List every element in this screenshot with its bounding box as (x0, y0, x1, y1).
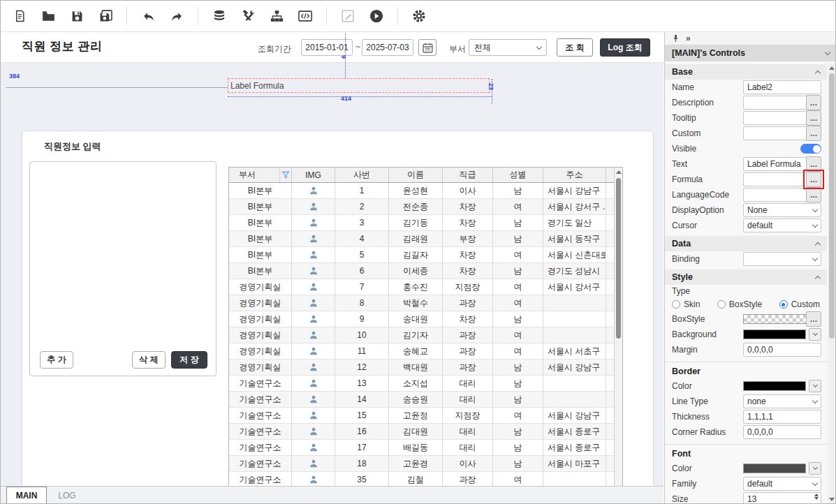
grid-row[interactable]: 경영기획실10김기자과장여 (229, 327, 615, 343)
prop-visible-toggle[interactable] (800, 144, 821, 154)
cell-position[interactable]: 과장 (443, 360, 493, 376)
grid-row[interactable]: 기술연구소14송승원대리남 (229, 392, 615, 408)
settings-icon[interactable] (411, 8, 427, 24)
grid-row[interactable]: BI본부2전순종차장여서울시 강서구 .. (229, 199, 615, 215)
cell-gender[interactable]: 남 (493, 424, 543, 440)
cell-name[interactable]: 고윤정 (389, 408, 443, 424)
prop-background-dropdown-button[interactable] (809, 328, 821, 341)
prop-languagecode-ellipsis-button[interactable]: … (806, 187, 821, 202)
prop-size-spinner[interactable]: 13 (743, 492, 821, 504)
section-header-data[interactable]: Data (665, 236, 827, 251)
cell-dept[interactable]: 경영기획실 (229, 279, 292, 295)
cell-emp-no[interactable]: 2 (335, 199, 389, 215)
cell-position[interactable]: 부장 (443, 231, 493, 247)
cell-name[interactable]: 소지섭 (389, 376, 443, 392)
cell-name[interactable]: 김기동 (389, 215, 443, 231)
scroll-down-arrow[interactable] (829, 498, 835, 501)
grid-row[interactable]: 기술연구소13소지섭대리남 (229, 376, 615, 392)
cell-emp-no[interactable]: 4 (335, 231, 389, 247)
cell-name[interactable]: 박철수 (389, 295, 443, 311)
cell-position[interactable]: 차장 (443, 215, 493, 231)
cell-gender[interactable]: 여 (493, 343, 543, 360)
prop-color-dropdown-button[interactable] (809, 462, 821, 475)
cell-position[interactable]: 대리 (443, 392, 493, 408)
cell-name[interactable]: 고윤경 (389, 456, 443, 472)
cell-gender[interactable]: 여 (493, 199, 543, 215)
cell-dept[interactable]: BI본부 (229, 231, 292, 247)
cell-img[interactable] (292, 183, 335, 199)
cell-img[interactable] (292, 311, 335, 327)
column-header-성별[interactable]: 성별 (493, 168, 543, 182)
cell-img[interactable] (292, 440, 335, 456)
cell-dept[interactable]: 기술연구소 (229, 456, 292, 472)
cell-gender[interactable]: 남 (493, 392, 543, 408)
panel-scrollbar[interactable] (828, 64, 836, 504)
cell-gender[interactable]: 남 (493, 456, 543, 472)
date-to-input[interactable]: 2025-07-03 (362, 39, 413, 56)
scroll-up-arrow[interactable] (829, 66, 835, 70)
save-icon[interactable] (69, 8, 85, 24)
cell-address[interactable] (543, 295, 606, 311)
cell-position[interactable]: 이사 (443, 183, 493, 199)
prop-tooltip-ellipsis-button[interactable]: … (806, 110, 821, 126)
tools-icon[interactable] (240, 8, 256, 24)
cell-address[interactable] (543, 311, 606, 327)
cell-dept[interactable]: 경영기획실 (229, 295, 292, 311)
selected-label-control[interactable]: Label Formula (228, 78, 490, 93)
cell-position[interactable]: 과장 (443, 295, 493, 311)
cell-name[interactable]: 송승원 (389, 392, 443, 408)
cell-dept[interactable]: 경영기획실 (229, 343, 292, 360)
cell-emp-no[interactable]: 18 (335, 456, 389, 472)
cell-img[interactable] (292, 424, 335, 440)
cell-position[interactable]: 차장 (443, 263, 493, 279)
cell-dept[interactable]: 기술연구소 (229, 376, 292, 392)
section-header-style[interactable]: Style (665, 269, 827, 285)
cell-name[interactable]: 송혜교 (389, 343, 443, 360)
cell-dept[interactable]: 기술연구소 (229, 440, 292, 456)
cell-address[interactable]: 서울시 강남구 (543, 360, 606, 376)
grid-row[interactable]: 경영기획실9송대원차장남 (229, 311, 615, 327)
grid-row[interactable]: 기술연구소16김대원대리남서울시 종로구 (229, 424, 615, 440)
cell-gender[interactable]: 남 (493, 183, 543, 199)
cell-name[interactable]: 백대원 (389, 360, 443, 376)
prop-color-color-swatch[interactable] (743, 381, 806, 391)
grid-row[interactable]: BI본부1윤성현이사남서울시 강남구 (229, 183, 615, 199)
prop-binding-select[interactable] (743, 252, 821, 266)
cell-gender[interactable]: 여 (493, 247, 543, 263)
section-header-base[interactable]: Base (665, 64, 827, 80)
cell-name[interactable]: 윤성현 (389, 183, 443, 199)
prop-family-select[interactable]: default (743, 477, 821, 491)
prop-background-color-swatch[interactable] (743, 329, 806, 339)
prop-corner-radius-input[interactable]: 0,0,0,0 (743, 425, 821, 439)
prop-margin-input[interactable]: 0,0,0,0 (743, 343, 821, 357)
cell-dept[interactable]: 기술연구소 (229, 424, 292, 440)
cell-address[interactable]: 서울시 강남구 (543, 183, 606, 199)
cell-img[interactable] (292, 360, 335, 376)
prop-custom-ellipsis-button[interactable]: … (806, 126, 821, 141)
cell-dept[interactable]: BI본부 (229, 263, 292, 279)
cell-name[interactable]: 이세종 (389, 263, 443, 279)
cell-img[interactable] (292, 263, 335, 279)
panel-scroll-thumb[interactable] (829, 73, 835, 339)
filter-icon[interactable] (281, 171, 290, 179)
cell-address[interactable] (543, 327, 606, 343)
grid-row[interactable]: 경영기획실8박철수과장여 (229, 295, 615, 311)
cell-gender[interactable]: 여 (493, 408, 543, 424)
cell-emp-no[interactable]: 7 (335, 279, 389, 295)
column-header-주소[interactable]: 주소 (543, 168, 606, 182)
grid-row[interactable]: BI본부5김길자차장여서울시 신촌대로 (229, 247, 615, 263)
cell-gender[interactable]: 남 (493, 311, 543, 327)
cell-address[interactable] (543, 392, 606, 408)
cell-img[interactable] (292, 279, 335, 295)
cell-emp-no[interactable]: 5 (335, 247, 389, 263)
column-header-이름[interactable]: 이름 (389, 168, 443, 182)
cell-address[interactable]: 서울시 서초구 (543, 343, 606, 360)
cell-emp-no[interactable]: 13 (335, 376, 389, 392)
cell-emp-no[interactable]: 16 (335, 424, 389, 440)
open-folder-icon[interactable] (41, 8, 56, 24)
cell-img[interactable] (292, 231, 335, 247)
cell-dept[interactable]: BI본부 (229, 247, 292, 263)
dept-select[interactable]: 전체 (469, 39, 547, 56)
cell-dept[interactable]: 경영기획실 (229, 327, 292, 343)
cell-img[interactable] (292, 327, 335, 343)
